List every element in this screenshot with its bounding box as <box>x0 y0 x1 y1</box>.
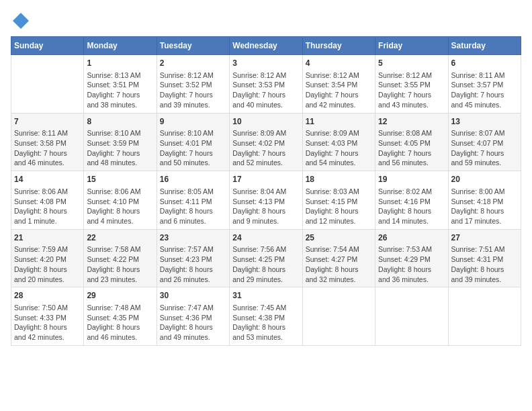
day-number: 26 <box>378 232 445 244</box>
day-info-line: Sunset: 3:54 PM <box>306 80 372 90</box>
calendar-cell: 25Sunrise: 7:54 AMSunset: 4:27 PMDayligh… <box>302 229 375 287</box>
calendar-cell: 9Sunrise: 8:10 AMSunset: 4:01 PMDaylight… <box>157 113 229 171</box>
day-info-line: Sunset: 3:52 PM <box>160 80 226 90</box>
day-info-line: Sunset: 4:18 PM <box>451 197 518 207</box>
day-info-line: Sunset: 4:35 PM <box>87 313 153 323</box>
day-number: 28 <box>14 290 81 302</box>
day-info-line: and 43 minutes. <box>378 100 445 110</box>
calendar-cell <box>11 55 84 113</box>
day-info-line: Daylight: 8 hours <box>14 265 81 275</box>
day-info-line: Sunrise: 8:10 AM <box>87 128 153 138</box>
col-header-thursday: Thursday <box>302 37 375 55</box>
day-info-line: Sunrise: 7:50 AM <box>14 303 81 313</box>
day-info-line: Daylight: 8 hours <box>87 322 153 332</box>
week-row-5: 28Sunrise: 7:50 AMSunset: 4:33 PMDayligh… <box>11 287 521 346</box>
week-row-3: 14Sunrise: 8:06 AMSunset: 4:08 PMDayligh… <box>11 171 521 230</box>
calendar-cell: 10Sunrise: 8:09 AMSunset: 4:02 PMDayligh… <box>230 113 302 171</box>
day-info-line: Sunrise: 8:08 AM <box>378 128 445 138</box>
day-info-line: and 17 minutes. <box>451 216 518 226</box>
day-number: 18 <box>306 174 372 185</box>
day-number: 12 <box>378 116 445 128</box>
day-info-line: Sunrise: 8:02 AM <box>378 187 445 197</box>
day-info-line: Sunset: 4:02 PM <box>232 138 299 148</box>
day-info-line: Daylight: 7 hours <box>378 148 445 158</box>
calendar-cell <box>448 287 521 346</box>
day-number: 2 <box>160 58 226 69</box>
day-info-line: and 14 minutes. <box>378 216 445 226</box>
calendar-cell <box>375 287 448 346</box>
day-info-line: Daylight: 7 hours <box>306 148 372 158</box>
day-info-line: Sunset: 4:36 PM <box>160 313 226 323</box>
day-info-line: Sunrise: 7:47 AM <box>160 303 226 313</box>
day-info-line: and 26 minutes. <box>160 275 226 285</box>
col-header-wednesday: Wednesday <box>230 37 302 55</box>
day-info-line: and 40 minutes. <box>232 100 299 110</box>
day-number: 21 <box>14 232 81 244</box>
day-info-line: Sunrise: 8:10 AM <box>160 128 226 138</box>
day-info-line: Sunrise: 8:11 AM <box>14 128 81 138</box>
day-info-line: Sunset: 4:31 PM <box>451 255 518 265</box>
week-row-1: 1Sunrise: 8:13 AMSunset: 3:51 PMDaylight… <box>11 55 521 113</box>
calendar-cell: 17Sunrise: 8:04 AMSunset: 4:13 PMDayligh… <box>230 171 302 230</box>
day-number: 10 <box>232 116 299 128</box>
day-number: 19 <box>378 174 445 185</box>
day-info-line: Sunset: 4:01 PM <box>160 138 226 148</box>
calendar-cell: 2Sunrise: 8:12 AMSunset: 3:52 PMDaylight… <box>157 55 229 113</box>
day-info-line: Daylight: 8 hours <box>87 265 153 275</box>
day-info-line: and 39 minutes. <box>451 275 518 285</box>
calendar-cell: 27Sunrise: 7:51 AMSunset: 4:31 PMDayligh… <box>448 229 521 287</box>
day-number: 4 <box>306 58 372 69</box>
day-number: 14 <box>14 174 81 185</box>
day-info-line: Daylight: 7 hours <box>160 148 226 158</box>
page-header <box>11 11 521 31</box>
day-number: 30 <box>160 290 226 302</box>
calendar-cell: 21Sunrise: 7:59 AMSunset: 4:20 PMDayligh… <box>11 229 84 287</box>
day-number: 20 <box>451 174 518 185</box>
calendar-cell: 15Sunrise: 8:06 AMSunset: 4:10 PMDayligh… <box>84 171 157 230</box>
day-info-line: Daylight: 8 hours <box>160 206 226 216</box>
day-info-line: Sunrise: 7:59 AM <box>14 244 81 255</box>
day-number: 3 <box>232 58 299 69</box>
calendar-cell: 28Sunrise: 7:50 AMSunset: 4:33 PMDayligh… <box>11 287 84 346</box>
calendar-cell: 22Sunrise: 7:58 AMSunset: 4:22 PMDayligh… <box>84 229 157 287</box>
day-info-line: Sunrise: 8:12 AM <box>306 71 372 81</box>
day-info-line: and 23 minutes. <box>87 275 153 285</box>
day-info-line: Sunrise: 8:09 AM <box>306 128 372 138</box>
calendar-cell: 20Sunrise: 8:00 AMSunset: 4:18 PMDayligh… <box>448 171 521 230</box>
day-info-line: Sunset: 3:58 PM <box>14 138 81 148</box>
day-info-line: Sunrise: 7:54 AM <box>306 244 372 255</box>
day-info-line: Sunrise: 8:12 AM <box>378 71 445 81</box>
day-info-line: Sunrise: 8:03 AM <box>306 187 372 197</box>
calendar-table: SundayMondayTuesdayWednesdayThursdayFrid… <box>11 36 521 346</box>
day-info-line: Sunset: 4:20 PM <box>14 255 81 265</box>
day-info-line: Daylight: 8 hours <box>232 322 299 332</box>
day-info-line: Sunset: 4:25 PM <box>232 255 299 265</box>
calendar-cell: 12Sunrise: 8:08 AMSunset: 4:05 PMDayligh… <box>375 113 448 171</box>
day-info-line: and 36 minutes. <box>378 275 445 285</box>
day-info-line: Daylight: 8 hours <box>87 206 153 216</box>
day-info-line: Sunset: 4:15 PM <box>306 197 372 207</box>
day-info-line: Daylight: 7 hours <box>378 90 445 100</box>
day-info-line: Sunset: 4:13 PM <box>232 197 299 207</box>
day-info-line: and 59 minutes. <box>451 158 518 168</box>
day-info-line: Sunset: 4:16 PM <box>378 197 445 207</box>
day-info-line: Daylight: 7 hours <box>14 148 81 158</box>
day-number: 11 <box>306 116 372 128</box>
calendar-cell: 14Sunrise: 8:06 AMSunset: 4:08 PMDayligh… <box>11 171 84 230</box>
day-info-line: Sunset: 3:55 PM <box>378 80 445 90</box>
calendar-cell: 16Sunrise: 8:05 AMSunset: 4:11 PMDayligh… <box>157 171 229 230</box>
week-row-4: 21Sunrise: 7:59 AMSunset: 4:20 PMDayligh… <box>11 229 521 287</box>
day-info-line: Sunrise: 7:56 AM <box>232 244 299 255</box>
day-info-line: Sunrise: 8:00 AM <box>451 187 518 197</box>
col-header-tuesday: Tuesday <box>157 37 229 55</box>
day-number: 7 <box>14 116 81 128</box>
day-info-line: Daylight: 7 hours <box>232 148 299 158</box>
day-number: 17 <box>232 174 299 185</box>
day-info-line: and 39 minutes. <box>160 100 226 110</box>
day-info-line: and 9 minutes. <box>232 216 299 226</box>
day-info-line: and 20 minutes. <box>14 275 81 285</box>
calendar-header: SundayMondayTuesdayWednesdayThursdayFrid… <box>11 37 521 55</box>
day-info-line: and 42 minutes. <box>306 100 372 110</box>
day-info-line: and 49 minutes. <box>160 332 226 342</box>
day-info-line: and 53 minutes. <box>232 332 299 342</box>
